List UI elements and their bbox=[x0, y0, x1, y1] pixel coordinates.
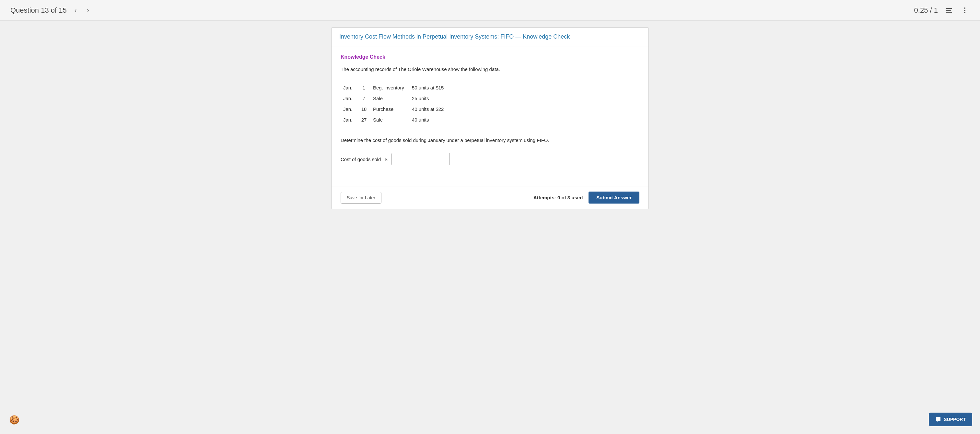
row2-day: 7 bbox=[360, 93, 373, 104]
question-card: Inventory Cost Flow Methods in Perpetual… bbox=[331, 27, 649, 209]
list-icon bbox=[946, 8, 952, 13]
intro-text: The accounting records of The Oriole War… bbox=[340, 66, 640, 73]
row3-detail: 40 units at $22 bbox=[412, 104, 464, 114]
row1-day: 1 bbox=[360, 82, 373, 93]
row3-month: Jan. bbox=[340, 104, 360, 114]
row2-month: Jan. bbox=[340, 93, 360, 104]
inventory-data-table: Jan. 1 Beg. inventory 50 units at $15 Ja… bbox=[340, 82, 464, 125]
table-row: Jan. 1 Beg. inventory 50 units at $15 bbox=[340, 82, 464, 93]
question-counter: Question 13 of 15 bbox=[10, 6, 67, 14]
prev-question-button[interactable]: ‹ bbox=[72, 5, 80, 15]
header-right: 0.25 / 1 bbox=[914, 5, 970, 15]
row2-type: Sale bbox=[373, 93, 412, 104]
card-title: Inventory Cost Flow Methods in Perpetual… bbox=[339, 33, 570, 40]
cookie-consent-icon[interactable]: 🍪 bbox=[8, 413, 21, 426]
table-row: Jan. 18 Purchase 40 units at $22 bbox=[340, 104, 464, 114]
table-row: Jan. 7 Sale 25 units bbox=[340, 93, 464, 104]
support-button[interactable]: SUPPORT bbox=[929, 413, 972, 426]
save-for-later-button[interactable]: Save for Later bbox=[340, 192, 382, 203]
cost-of-goods-sold-input[interactable] bbox=[391, 153, 450, 165]
svg-point-0 bbox=[964, 8, 966, 9]
more-icon bbox=[961, 7, 968, 14]
svg-point-1 bbox=[964, 10, 966, 11]
support-label: SUPPORT bbox=[944, 417, 966, 422]
knowledge-check-label: Knowledge Check bbox=[340, 54, 640, 60]
row2-detail: 25 units bbox=[412, 93, 464, 104]
answer-label: Cost of goods sold bbox=[340, 157, 381, 162]
attempts-display: Attempts: 0 of 3 used bbox=[533, 195, 583, 200]
row4-detail: 40 units bbox=[412, 114, 464, 125]
cookie-emoji: 🍪 bbox=[9, 415, 19, 425]
card-body: Knowledge Check The accounting records o… bbox=[331, 46, 649, 186]
row1-detail: 50 units at $15 bbox=[412, 82, 464, 93]
more-options-button[interactable] bbox=[960, 5, 970, 15]
row4-day: 27 bbox=[360, 114, 373, 125]
main-content: Inventory Cost Flow Methods in Perpetual… bbox=[0, 21, 980, 216]
page-header: Question 13 of 15 ‹ › 0.25 / 1 bbox=[0, 0, 980, 21]
footer-right: Attempts: 0 of 3 used Submit Answer bbox=[533, 192, 640, 203]
row1-type: Beg. inventory bbox=[373, 82, 412, 93]
card-header: Inventory Cost Flow Methods in Perpetual… bbox=[331, 27, 649, 46]
card-footer: Save for Later Attempts: 0 of 3 used Sub… bbox=[331, 186, 649, 209]
list-icon-button[interactable] bbox=[944, 7, 953, 14]
submit-answer-button[interactable]: Submit Answer bbox=[589, 192, 640, 203]
table-row: Jan. 27 Sale 40 units bbox=[340, 114, 464, 125]
chat-icon bbox=[935, 417, 941, 422]
question-text: Determine the cost of goods sold during … bbox=[340, 137, 640, 144]
row4-type: Sale bbox=[373, 114, 412, 125]
svg-point-2 bbox=[964, 12, 966, 13]
row3-type: Purchase bbox=[373, 104, 412, 114]
row1-month: Jan. bbox=[340, 82, 360, 93]
score-display: 0.25 / 1 bbox=[914, 6, 938, 14]
row4-month: Jan. bbox=[340, 114, 360, 125]
next-question-button[interactable]: › bbox=[84, 5, 92, 15]
dollar-sign: $ bbox=[385, 157, 387, 162]
header-left: Question 13 of 15 ‹ › bbox=[10, 5, 92, 15]
answer-row: Cost of goods sold $ bbox=[340, 153, 640, 165]
row3-day: 18 bbox=[360, 104, 373, 114]
